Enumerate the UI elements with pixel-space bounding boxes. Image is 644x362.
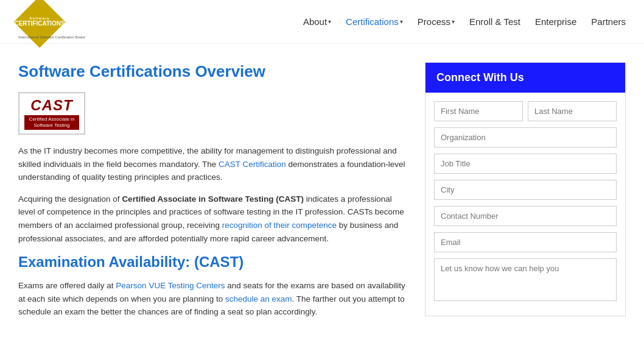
cast-acronym: CAST <box>30 97 72 114</box>
contact-number-input[interactable] <box>434 206 617 226</box>
message-textarea[interactable] <box>434 258 617 301</box>
job-title-row <box>434 154 617 174</box>
nav-enroll-test[interactable]: Enroll & Test <box>469 16 520 27</box>
main-nav: About ▾ Certifications ▾ Process ▾ Enrol… <box>303 16 626 27</box>
contact-form <box>425 93 625 316</box>
right-sidebar: Connect With Us <box>425 62 626 327</box>
nav-process[interactable]: Process ▾ <box>418 16 455 27</box>
nav-partners[interactable]: Partners <box>591 16 626 27</box>
cast-logo: CAST Certified Associate inSoftware Test… <box>18 92 85 135</box>
chevron-down-icon: ▾ <box>328 18 331 25</box>
paragraph-2: Acquiring the designation of Certified A… <box>18 193 407 245</box>
chevron-down-icon: ▾ <box>452 18 455 25</box>
logo[interactable]: Software CERTIFICATIONS International So… <box>18 4 85 40</box>
cast-subtitle: Certified Associate inSoftware Testing <box>24 115 79 130</box>
left-content: Software Certifications Overview CAST Ce… <box>18 62 407 327</box>
site-header: Software CERTIFICATIONS International So… <box>0 0 644 44</box>
connect-box: Connect With Us <box>425 62 626 316</box>
nav-enterprise[interactable]: Enterprise <box>535 16 576 27</box>
connect-header: Connect With Us <box>425 63 625 93</box>
section2-text: Exams are offered daily at Pearson VUE T… <box>18 279 407 319</box>
main-container: Software Certifications Overview CAST Ce… <box>0 44 644 327</box>
name-row <box>434 101 617 121</box>
logo-line2: CERTIFICATIONS <box>14 20 65 27</box>
message-row <box>434 258 617 301</box>
last-name-input[interactable] <box>528 101 617 121</box>
nav-certifications[interactable]: Certifications ▾ <box>346 16 403 27</box>
contact-number-row <box>434 206 617 226</box>
organization-input[interactable] <box>434 127 617 147</box>
email-row <box>434 232 617 252</box>
email-input[interactable] <box>434 232 617 252</box>
job-title-input[interactable] <box>434 154 617 174</box>
paragraph-1: As the IT industry becomes more competit… <box>18 144 407 184</box>
logo-subtitle: International Software Certification Boa… <box>18 35 85 39</box>
chevron-down-icon: ▾ <box>400 18 403 25</box>
section2-title: Examination Availability: (CAST) <box>18 254 407 271</box>
first-name-input[interactable] <box>434 101 523 121</box>
organization-row <box>434 127 617 147</box>
city-input[interactable] <box>434 180 617 200</box>
nav-about[interactable]: About ▾ <box>303 16 331 27</box>
city-row <box>434 180 617 200</box>
page-title: Software Certifications Overview <box>18 62 407 81</box>
